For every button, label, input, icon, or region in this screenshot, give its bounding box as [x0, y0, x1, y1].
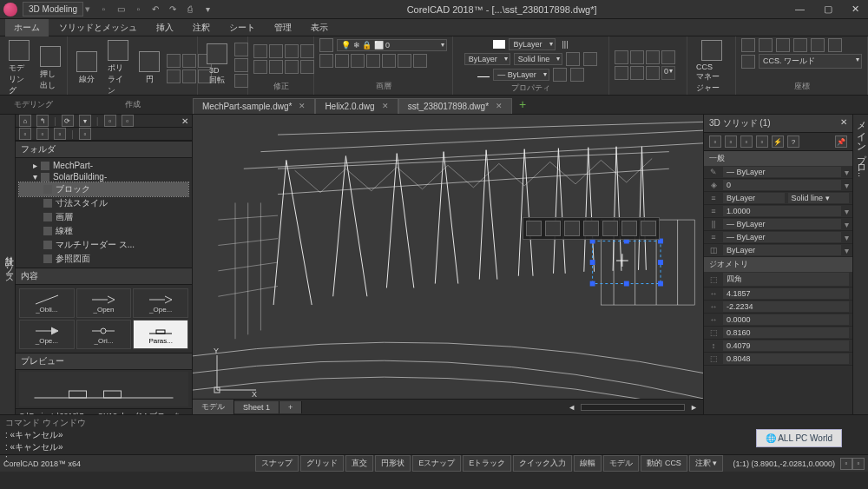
ccs-icon[interactable] — [741, 55, 755, 69]
block-thumb[interactable]: _Obli... — [19, 288, 75, 318]
status-icon[interactable]: ▫ — [852, 458, 865, 470]
maximize-button[interactable]: ▢ — [819, 3, 838, 15]
tool-icon[interactable] — [828, 38, 842, 52]
content-section-header[interactable]: 内容 — [16, 268, 192, 285]
tool-icon[interactable] — [182, 54, 196, 68]
property-row[interactable]: ↔4.1857 — [704, 287, 852, 301]
property-row[interactable]: ◫ByLayer▾ — [704, 244, 852, 257]
pan-icon[interactable] — [564, 221, 580, 236]
tool-icon[interactable] — [269, 44, 283, 58]
tool-icon[interactable] — [382, 54, 396, 68]
prop-value[interactable]: Solid line ▾ — [788, 193, 850, 203]
tool-icon[interactable] — [776, 38, 790, 52]
tool-icon[interactable] — [366, 54, 380, 68]
file-tab[interactable]: MechPart-sample.dwg*✕ — [193, 98, 315, 114]
workspace-dropdown[interactable]: 3D Modeling — [23, 2, 83, 17]
block-thumb[interactable]: _Ori... — [76, 320, 132, 349]
prop-value[interactable]: 0 — [723, 180, 841, 190]
block-thumb[interactable]: _Ope... — [19, 320, 75, 349]
right-panel-tab[interactable]: メインプロ... — [852, 115, 868, 414]
status-icon[interactable]: ▫ — [840, 458, 852, 470]
tree-item[interactable]: 寸法スタイル — [19, 196, 188, 210]
sheet-tab-model[interactable]: モデル — [193, 400, 234, 414]
prop-value[interactable]: 0.4079 — [723, 340, 849, 351]
status-toggle[interactable]: 円形状 — [375, 455, 411, 472]
new-sheet-button[interactable]: + — [279, 401, 302, 413]
prop-value[interactable]: ByLayer — [723, 245, 841, 255]
prop-value[interactable]: — ByLayer — [723, 219, 841, 229]
tree-item[interactable]: ▸MechPart- — [19, 160, 188, 171]
tool-icon[interactable] — [553, 68, 567, 82]
tool-icon[interactable] — [285, 44, 299, 58]
block-thumb[interactable]: Paras... — [133, 320, 188, 349]
status-toggle[interactable]: モデル — [603, 455, 639, 472]
tree-item[interactable]: 参照図面 — [19, 252, 188, 266]
property-row[interactable]: ✎— ByLayer▾ — [704, 166, 852, 179]
tab-annotate[interactable]: 注釈 — [184, 19, 219, 36]
grid-icon[interactable]: ▫ — [54, 128, 66, 140]
lightning-icon[interactable]: ⚡ — [772, 135, 784, 148]
tab-view[interactable]: 表示 — [302, 19, 337, 36]
tool-icon[interactable] — [351, 54, 365, 68]
close-tab-icon[interactable]: ✕ — [496, 102, 503, 111]
open-icon[interactable]: ▭ — [115, 3, 127, 16]
help-icon[interactable]: ? — [787, 135, 799, 148]
tool-icon[interactable] — [615, 50, 628, 64]
section-geometry[interactable]: ジオメトリ — [704, 257, 852, 272]
prop-ico[interactable]: ▫ — [725, 135, 737, 148]
close-tab-icon[interactable]: ✕ — [382, 102, 389, 111]
undo-icon[interactable]: ↶ — [149, 3, 161, 16]
prop-ico[interactable]: ▫ — [740, 135, 753, 148]
command-window[interactable]: コマンド ウィンドウ : «キャンセル» : «キャンセル» : — [0, 414, 868, 454]
tool-icon[interactable] — [398, 54, 411, 68]
modeling-button[interactable]: モデリング — [5, 38, 33, 98]
property-row[interactable]: ≡1.0000▾ — [704, 205, 852, 218]
tree-item[interactable]: ▾SolarBuilding- — [19, 171, 188, 182]
prop-value[interactable]: ByLayer — [723, 193, 785, 203]
property-row[interactable]: ⬚四角 — [704, 272, 852, 287]
panel-close-icon[interactable]: ✕ — [840, 117, 847, 129]
layers-icon[interactable] — [602, 221, 618, 236]
prop-ico[interactable]: ▫ — [756, 135, 768, 148]
tool-icon[interactable] — [182, 69, 196, 83]
tool-icon[interactable] — [793, 38, 807, 52]
tool-icon[interactable] — [630, 50, 644, 64]
h-scrollbar[interactable] — [581, 404, 685, 411]
tool-icon[interactable] — [741, 38, 755, 52]
tab-insert[interactable]: 挿入 — [148, 19, 182, 36]
tool-icon[interactable] — [319, 54, 333, 68]
filter-icon[interactable]: ▫ — [104, 115, 116, 127]
tool-icon[interactable] — [630, 66, 644, 80]
tool-icon[interactable] — [646, 50, 660, 64]
ccs-manager-button[interactable]: CCSマネージャー — [693, 38, 730, 96]
lineweight-icon[interactable]: ||| — [562, 40, 569, 49]
view-icon[interactable] — [621, 221, 637, 236]
prop-ico[interactable]: ▫ — [709, 135, 721, 148]
tool-icon[interactable] — [234, 74, 248, 88]
section-general[interactable]: 一般 — [704, 151, 852, 166]
block-thumb[interactable]: _Ope... — [133, 288, 188, 318]
zoom-window-icon[interactable] — [545, 221, 561, 236]
property-row[interactable]: ⬚0.8048 — [704, 353, 852, 366]
property-row[interactable]: ↕0.4079 — [704, 340, 852, 353]
scroll-right-icon[interactable]: ► — [685, 403, 703, 412]
tree-item-blocks[interactable]: ブロック — [19, 182, 188, 196]
prop-value[interactable]: 0.8048 — [723, 354, 849, 364]
linestyle-dd[interactable]: Solid line — [514, 53, 563, 65]
property-row[interactable]: ⬚0.8160 — [704, 327, 852, 340]
panel-close-icon[interactable]: ✕ — [181, 116, 188, 126]
zero-dd[interactable]: 0 — [661, 66, 675, 80]
tool-icon[interactable] — [234, 43, 248, 56]
prop-value[interactable]: -2.2234 — [723, 301, 849, 312]
ccs-dd[interactable]: CCS. ワールド — [759, 54, 862, 69]
tool-icon[interactable] — [570, 68, 584, 82]
folder-icon[interactable]: ▫ — [19, 128, 31, 140]
orbit-icon[interactable] — [583, 221, 599, 236]
minimize-button[interactable]: — — [790, 3, 810, 15]
color-dd[interactable]: ByLayer — [509, 38, 555, 50]
tool-icon[interactable] — [300, 44, 314, 58]
more-icon[interactable] — [641, 221, 656, 236]
view-icon[interactable]: ▫ — [122, 115, 134, 127]
tool-icon[interactable] — [566, 52, 580, 66]
tab-manage[interactable]: 管理 — [266, 19, 300, 36]
